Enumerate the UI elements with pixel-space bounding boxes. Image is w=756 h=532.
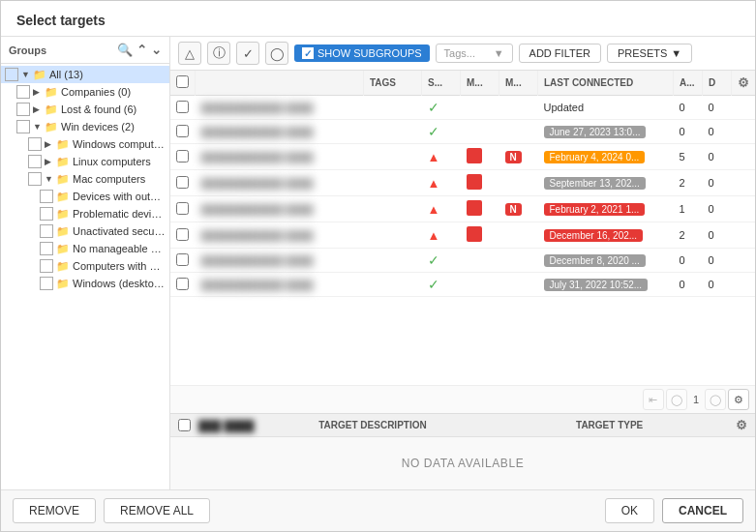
folder-icon-companies: 📁 <box>45 86 58 99</box>
tree-item-windows-desktops[interactable]: 📁 Windows (desktops) <box>1 275 169 292</box>
show-subgroups-btn[interactable]: ✓ SHOW SUBGROUPS <box>294 44 430 62</box>
row-checkbox-cell[interactable] <box>170 222 196 249</box>
row-checkbox-cell[interactable] <box>170 273 196 297</box>
tree-item-outdated-modules[interactable]: 📁 Devices with outdated modul... <box>1 188 169 205</box>
folder-icon-all: 📁 <box>33 69 46 81</box>
col-header-settings[interactable]: ⚙ <box>732 71 756 96</box>
add-filter-btn[interactable]: ADD FILTER <box>519 44 601 63</box>
tree-item-unactivated-security[interactable]: 📁 Unactivated security product... <box>1 222 169 240</box>
row-checkbox[interactable] <box>176 101 189 113</box>
tree-item-all[interactable]: ▼ 📁 All (13) <box>1 66 169 83</box>
tree-checkbox-windows-computers[interactable] <box>28 137 42 151</box>
device-name: ████████████ ████ <box>201 178 314 189</box>
tree-checkbox-outdated-op[interactable] <box>40 259 53 273</box>
tree-checkbox-linux-computers[interactable] <box>28 155 42 168</box>
row-checkbox-cell[interactable] <box>170 170 196 196</box>
col-header-tags[interactable]: TAGS <box>364 71 422 96</box>
row-a-cell: 5 <box>674 144 703 170</box>
tree-checkbox-windows-desktops[interactable] <box>40 277 53 290</box>
tree-checkbox-all[interactable] <box>5 68 18 81</box>
col-header-a[interactable]: A... <box>674 71 703 96</box>
tree-item-problematic-devices[interactable]: 📁 Problematic devices <box>1 205 169 222</box>
row-checkbox-cell[interactable] <box>170 196 196 222</box>
row-checkbox-cell[interactable] <box>170 96 196 120</box>
next-page-btn[interactable]: ◯ <box>705 389 726 410</box>
row-tags-cell <box>364 249 422 273</box>
col-header-d[interactable]: D <box>703 71 732 96</box>
row-checkbox[interactable] <box>176 125 189 137</box>
col-header-m1[interactable]: M... <box>461 71 499 96</box>
table-settings-icon[interactable]: ⚙ <box>738 75 749 90</box>
row-m2-cell <box>499 120 538 144</box>
table-row: ████████████ ████ ✓ July 31, 2022 10:52.… <box>170 273 755 297</box>
tree-checkbox-win-devices[interactable] <box>16 120 30 133</box>
tree-checkbox-companies[interactable] <box>16 85 30 99</box>
tree-checkbox-unactivated-security[interactable] <box>40 224 53 238</box>
tree-checkbox-problematic-devices[interactable] <box>40 207 53 221</box>
tree-item-windows-computers[interactable]: ▶ 📁 Windows computers <box>1 135 169 153</box>
row-checkbox[interactable] <box>176 176 189 189</box>
presets-btn[interactable]: PRESETS ▼ <box>607 44 692 63</box>
cancel-button[interactable]: CANCEL <box>662 498 743 523</box>
row-checkbox-cell[interactable] <box>170 120 196 144</box>
info-filter-btn[interactable]: ⓘ <box>207 42 230 65</box>
footer-right-buttons: OK CANCEL <box>605 498 743 523</box>
folder-icon-problematic-devices: 📁 <box>56 208 70 221</box>
col-header-m2[interactable]: M... <box>499 71 538 96</box>
expand-windows-computers[interactable]: ▶ <box>45 139 56 149</box>
tree-item-lost-found[interactable]: ▶ 📁 Lost & found (6) <box>1 101 169 118</box>
expand-mac-computers[interactable]: ▼ <box>45 174 56 184</box>
circle-filter-btn[interactable]: ◯ <box>265 42 288 65</box>
prev-page-btn[interactable]: ◯ <box>666 389 687 410</box>
tree-item-no-manageable[interactable]: 📁 No manageable security pro... <box>1 240 169 257</box>
remove-button[interactable]: REMOVE <box>13 498 96 523</box>
ok-button[interactable]: OK <box>605 498 654 523</box>
expand-lost-found[interactable]: ▶ <box>33 104 45 114</box>
groups-tree[interactable]: ▼ 📁 All (13) ▶ 📁 Companies (0) ▶ 📁 Lost … <box>1 64 169 489</box>
row-checkbox[interactable] <box>176 202 189 215</box>
row-checkbox[interactable] <box>176 228 189 241</box>
tree-item-outdated-op[interactable]: 📁 Computers with outdated op... <box>1 257 169 275</box>
folder-icon-linux-computers: 📁 <box>56 156 70 168</box>
row-checkbox[interactable] <box>176 278 189 290</box>
expand-companies[interactable]: ▶ <box>33 87 45 97</box>
show-subgroups-label: SHOW SUBGROUPS <box>318 47 422 59</box>
selected-panel-checkbox[interactable] <box>178 419 191 431</box>
row-m-cell <box>461 222 499 249</box>
col-header-last-connected[interactable]: LAST CONNECTED <box>538 71 674 96</box>
collapse-icon[interactable]: ⌄ <box>151 43 162 57</box>
first-page-btn[interactable]: ⇤ <box>643 389 664 410</box>
row-checkbox[interactable] <box>176 253 189 266</box>
tree-checkbox-outdated-modules[interactable] <box>40 190 53 203</box>
check-filter-btn[interactable]: ✓ <box>236 42 259 65</box>
tree-checkbox-lost-found[interactable] <box>16 103 30 116</box>
remove-all-button[interactable]: REMOVE ALL <box>104 498 210 523</box>
row-a-cell: 2 <box>674 222 703 249</box>
tags-dropdown[interactable]: Tags... ▼ <box>436 44 513 63</box>
page-number: 1 <box>689 394 703 405</box>
select-all-checkbox[interactable] <box>176 75 189 88</box>
row-a-cell: 2 <box>674 170 703 196</box>
settings-page-btn[interactable]: ⚙ <box>728 389 749 410</box>
selected-panel-settings-icon[interactable]: ⚙ <box>736 418 747 432</box>
row-checkbox-cell[interactable] <box>170 144 196 170</box>
expand-icon[interactable]: ⌃ <box>136 43 147 57</box>
tree-item-companies[interactable]: ▶ 📁 Companies (0) <box>1 83 169 101</box>
tree-checkbox-mac-computers[interactable] <box>28 172 42 186</box>
expand-linux-computers[interactable]: ▶ <box>45 157 56 166</box>
warning-filter-btn[interactable]: △ <box>178 42 201 65</box>
row-m-cell <box>461 196 499 222</box>
tree-checkbox-no-manageable[interactable] <box>40 242 53 255</box>
tree-item-mac-computers[interactable]: ▼ 📁 Mac computers <box>1 170 169 188</box>
search-icon[interactable]: 🔍 <box>117 43 133 57</box>
row-m-cell <box>461 273 499 297</box>
col-header-target-description: TARGET DESCRIPTION <box>255 420 492 430</box>
tree-item-win-devices[interactable]: ▼ 📁 Win devices (2) <box>1 118 169 135</box>
row-checkbox[interactable] <box>176 150 189 163</box>
expand-all[interactable]: ▼ <box>21 70 33 79</box>
tree-item-linux-computers[interactable]: ▶ 📁 Linux computers <box>1 153 169 170</box>
folder-icon-windows-computers: 📁 <box>56 138 70 151</box>
row-checkbox-cell[interactable] <box>170 249 196 273</box>
col-header-s[interactable]: S... <box>422 71 461 96</box>
expand-win-devices[interactable]: ▼ <box>33 122 45 132</box>
